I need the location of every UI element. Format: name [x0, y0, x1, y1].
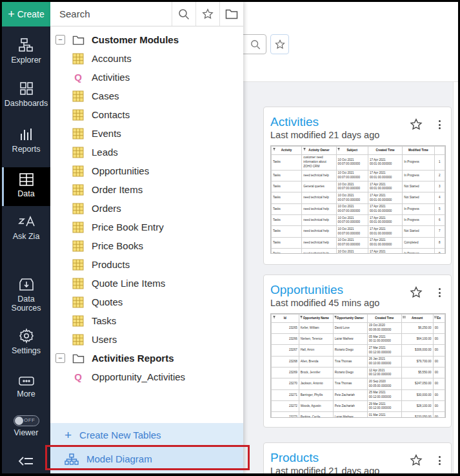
tree-item-label: Customer Modules — [92, 34, 179, 45]
tree-item-label: Accounts — [92, 53, 132, 64]
table-cell: In Progress — [403, 249, 434, 254]
viewer-toggle-item[interactable]: OFF Viewer — [2, 415, 50, 437]
sidebar-item-reports[interactable]: Reports — [2, 127, 50, 154]
tree-item-label: Opportunity_Activities — [92, 371, 185, 382]
kebab-menu-icon[interactable] — [437, 287, 442, 298]
tree-item-contacts[interactable]: Contacts — [50, 105, 243, 124]
tree-item-events[interactable]: Events — [50, 124, 243, 143]
kebab-menu-icon[interactable] — [437, 455, 442, 466]
tree-item-order-items[interactable]: Order Items — [50, 180, 243, 199]
table-cell: 23272 — [272, 401, 299, 412]
create-button[interactable]: + Create — [2, 2, 50, 26]
table-row: 23265Keller, WilliamDavid Love19 Oct 202… — [272, 322, 445, 333]
column-header: Opportunity Owner — [333, 314, 367, 322]
table-icon — [72, 315, 85, 327]
tree-item-cases[interactable]: Cases — [50, 87, 243, 105]
table-row: Tasksneed technical help10 Oct 2021 00:0… — [272, 170, 445, 181]
table-cell: In Progress — [403, 170, 434, 181]
sidebar-item-label: Ask Zia — [2, 232, 50, 241]
kebab-menu-icon[interactable] — [437, 119, 442, 130]
table-cell: 4 — [434, 192, 445, 203]
table-cell: 26 Jan 2021 00:10:00.000000 — [367, 356, 401, 367]
favorites-filter-button[interactable] — [270, 34, 289, 54]
table-cell: 00: — [433, 401, 445, 412]
tree-item-label: Price Books — [92, 240, 143, 251]
view-card-products[interactable]: Products Last modified 21 days ago — [263, 442, 452, 473]
view-card-opportunities[interactable]: Opportunities Last modified 45 mins ago … — [263, 274, 452, 428]
star-icon[interactable] — [409, 118, 423, 132]
tree-item-quotes[interactable]: Quotes — [50, 293, 243, 311]
table-cell: 3 — [434, 181, 445, 192]
viewer-toggle[interactable]: OFF — [14, 415, 39, 426]
tree-item-label: Leads — [92, 147, 118, 158]
table-cell: Not Started — [403, 181, 434, 192]
tree-item-tasks[interactable]: Tasks — [50, 311, 243, 330]
tree-item-products[interactable]: Products — [50, 255, 243, 274]
table-cell: 5 — [434, 203, 445, 214]
table-cell: 00: — [433, 412, 445, 418]
toggle-state: OFF — [24, 417, 35, 423]
create-new-tables-button[interactable]: + Create New Tables — [50, 423, 243, 447]
table-row: 23270Jackson, AntonioTina Thomas20 Sep 2… — [272, 378, 445, 389]
table-cell: need technical help — [302, 249, 336, 254]
tree-item-price-books[interactable]: Price Books — [50, 236, 243, 255]
sidebar-item-data[interactable]: Data — [2, 167, 50, 206]
data-icon — [19, 172, 34, 187]
table-cell: 23267 — [272, 345, 299, 356]
table-icon — [72, 259, 85, 271]
table-cell: need technical help — [302, 226, 336, 237]
search-icon[interactable] — [172, 2, 195, 26]
star-icon[interactable] — [195, 2, 219, 26]
tree-item-users[interactable]: Users — [50, 330, 243, 349]
table-icon — [72, 296, 85, 308]
sidebar-item-ask-zia[interactable]: Ask Zia — [2, 214, 50, 241]
table-cell: 23273 — [272, 412, 299, 418]
star-icon[interactable] — [409, 285, 423, 300]
sidebar-item-settings[interactable]: Settings — [2, 328, 50, 355]
collapse-node-icon[interactable]: − — [55, 353, 65, 363]
table-cell: Tasks — [272, 249, 302, 254]
dashboards-icon — [19, 81, 34, 96]
tree-item-quote-line-items[interactable]: Quote Line Items — [50, 274, 243, 293]
tree-item-activities-reports[interactable]: −Activities Reports — [50, 349, 243, 367]
table-row: 23272Woods, AgustinPete Zachariah29 Mar … — [272, 401, 445, 412]
tree-item-opportunity-activities[interactable]: QOpportunity_Activities — [50, 367, 243, 386]
tree-item-leads[interactable]: Leads — [50, 143, 243, 161]
table-cell: Tasks — [272, 170, 302, 181]
table-cell: Completed — [403, 237, 434, 248]
table-cell: 19 Oct 2020 00:06:00.000000 — [367, 322, 401, 333]
collapse-node-icon[interactable]: − — [55, 35, 65, 45]
collapse-sidebar-button[interactable] — [2, 455, 50, 470]
tree-item-label: Tasks — [92, 315, 116, 326]
table-cell: 00: — [433, 322, 445, 333]
table-cell: $6,250.00 — [401, 322, 433, 333]
scroll-gutter[interactable] — [453, 82, 458, 473]
model-diagram-button[interactable]: Model Diagram — [50, 447, 243, 471]
table-cell: Tasks — [272, 203, 302, 214]
sidebar-item-dashboards[interactable]: Dashboards — [2, 81, 50, 108]
table-cell: 00: — [433, 378, 445, 389]
table-cell: Tasks — [272, 192, 302, 203]
folder-icon[interactable] — [219, 2, 243, 26]
table-icon — [72, 147, 85, 158]
tree-item-opportunities[interactable]: Opportunities — [50, 161, 243, 180]
view-card-activities[interactable]: Activities Last modified 21 days ago Act… — [263, 107, 452, 265]
table-cell: 17 Apr 2021 00:01:00.000000 — [368, 170, 402, 181]
tables-panel: Search −Customer ModulesAccountsQActivit… — [50, 2, 243, 473]
sidebar-item-data-sources[interactable]: Data Sources — [2, 276, 50, 313]
tree-item-orders[interactable]: Orders — [50, 199, 243, 218]
star-icon[interactable] — [409, 453, 423, 468]
table-row: 23273Perkins, CecileLazar Mathew01 Mar 2… — [272, 412, 445, 418]
tree-item-price-book-entry[interactable]: Price Book Entry — [50, 218, 243, 236]
tree-item-activities[interactable]: QActivities — [50, 68, 243, 87]
views-search-input[interactable] — [239, 34, 266, 54]
table-cell: 00: — [433, 334, 445, 345]
table-cell: Not Started — [403, 226, 434, 237]
table-cell: Barringer, Phyllis — [299, 389, 333, 400]
tree-item-accounts[interactable]: Accounts — [50, 49, 243, 68]
tree-item-customer-modules[interactable]: −Customer Modules — [50, 30, 243, 49]
sidebar-item-more[interactable]: More — [2, 375, 50, 398]
model-diagram-icon — [65, 453, 79, 465]
panel-search-input[interactable]: Search — [50, 2, 172, 26]
sidebar-item-explorer[interactable]: Explorer — [2, 37, 50, 65]
